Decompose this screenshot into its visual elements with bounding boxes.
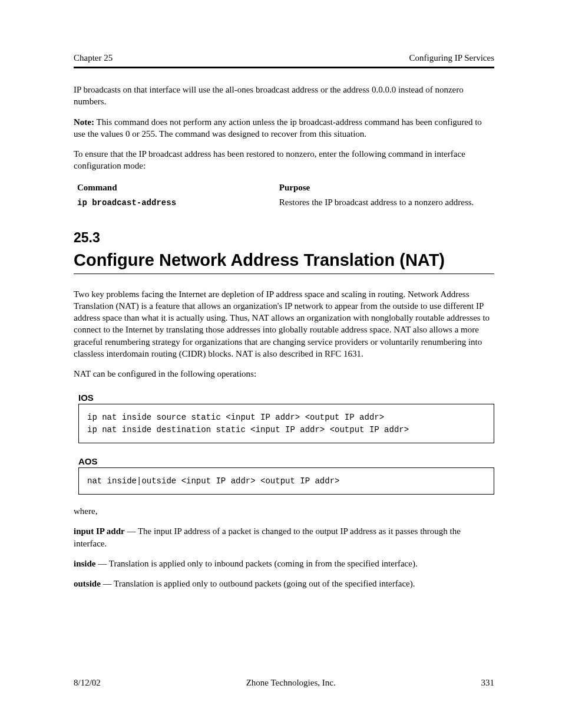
body-para-1: IP broadcasts on that interface will use… bbox=[74, 84, 494, 108]
def-body-inside: — Translation is applied only to inbound… bbox=[96, 559, 418, 568]
def-outside: outside — Translation is applied only to… bbox=[74, 578, 494, 589]
code-line-3: nat inside|outside <input IP addr> <outp… bbox=[87, 475, 485, 487]
def-body-outside: — Translation is applied only to outboun… bbox=[101, 579, 415, 588]
header-right: Configuring IP Services bbox=[409, 53, 494, 63]
footer-right: 331 bbox=[481, 678, 495, 688]
section-number: 25.3 bbox=[74, 230, 494, 246]
section-rule bbox=[74, 274, 494, 274]
footer: 8/12/02 Zhone Technologies, Inc. 331 bbox=[74, 678, 494, 688]
footer-center: Zhone Technologies, Inc. bbox=[246, 678, 336, 688]
table-header-command: Command bbox=[77, 183, 117, 192]
table-header-purpose: Purpose bbox=[279, 183, 310, 192]
label-ios: IOS bbox=[78, 393, 494, 403]
note-paragraph: Note: This command does not perform any … bbox=[74, 116, 494, 140]
header-rule bbox=[74, 67, 494, 68]
table-command-text: ip broadcast-address bbox=[77, 198, 176, 207]
body-para-4: NAT can be configured in the following o… bbox=[74, 368, 494, 380]
section-title: Configure Network Address Translation (N… bbox=[74, 251, 494, 270]
label-aos: AOS bbox=[78, 456, 494, 466]
running-header: Chapter 25 Configuring IP Services bbox=[74, 53, 494, 63]
code-box-aos: nat inside|outside <input IP addr> <outp… bbox=[78, 467, 494, 495]
table-purpose-text: Restores the IP broadcast address to a n… bbox=[279, 197, 474, 207]
header-left: Chapter 25 bbox=[74, 53, 113, 63]
note-lead: Note: bbox=[74, 117, 94, 127]
def-term-outside: outside bbox=[74, 579, 101, 588]
def-term-inside: inside bbox=[74, 559, 96, 568]
body-para-3: Two key problems facing the Internet are… bbox=[74, 288, 494, 360]
code-box-ios: ip nat inside source static <input IP ad… bbox=[78, 404, 494, 443]
footer-left: 8/12/02 bbox=[74, 678, 101, 688]
note-body: This command does not perform any action… bbox=[74, 117, 482, 139]
where-label: where, bbox=[74, 505, 494, 517]
def-inside: inside — Translation is applied only to … bbox=[74, 558, 494, 569]
def-term-input-ip: input IP addr bbox=[74, 526, 125, 536]
code-line-1: ip nat inside source static <input IP ad… bbox=[87, 411, 485, 423]
def-input-ip: input IP addr — The input IP address of … bbox=[74, 525, 494, 549]
command-table: Command Purpose ip broadcast-address Res… bbox=[74, 180, 494, 210]
body-para-2: To ensure that the IP broadcast address … bbox=[74, 148, 494, 172]
code-line-2: ip nat inside destination static <input … bbox=[87, 424, 485, 436]
def-body-input-ip: — The input IP address of a packet is ch… bbox=[74, 526, 461, 548]
